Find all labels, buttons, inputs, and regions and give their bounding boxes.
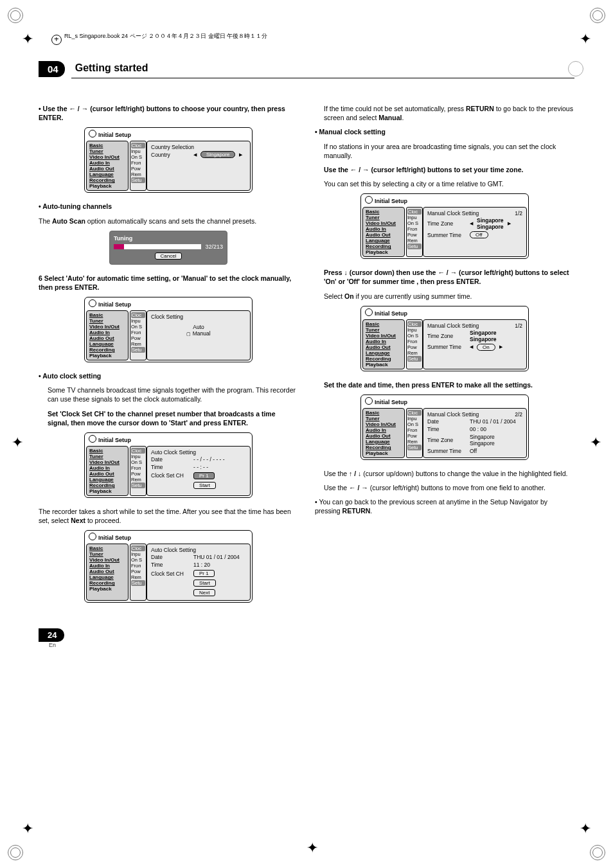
page-language: En — [49, 642, 574, 648]
text-select-on: Select On if you are currently using sum… — [315, 292, 574, 301]
menu-country-selection: Initial Setup BasicTunerVideo In/OutAudi… — [84, 127, 253, 193]
arrow-left-right-icon: ← / → — [350, 166, 369, 173]
chapter-number: 04 — [39, 61, 65, 77]
right-column: If the time could not be set automatical… — [315, 104, 574, 612]
text-manual-clock-desc: If no stations in your area are broadcas… — [315, 142, 574, 160]
instr-set-timezone: Use the ← / → (cursor left/right) button… — [315, 165, 574, 174]
left-column: • Use the ← / → (cursor left/right) butt… — [39, 104, 298, 612]
menu-main: Clock Setting Auto ▢ Manual — [147, 310, 251, 360]
menu-side-list: BasicTunerVideo In/OutAudio InAudio OutL… — [86, 310, 129, 360]
arrow-left-right-icon: ← / → — [349, 484, 368, 492]
right-arrow-icon: ▶ — [508, 221, 511, 226]
menu-manual-clock-3: Initial Setup BasicTunerVideo In/OutAudi… — [360, 394, 529, 460]
header-book-line: RL_s Singapore.book 24 ページ ２００４年４月２３日 金曜… — [64, 32, 574, 40]
menu-side-list: BasicTunerVideo In/OutAudio InAudio OutL… — [362, 319, 405, 369]
tuning-dialog: Tuning 32/213 Cancel — [109, 231, 227, 265]
left-arrow-icon: ◀ — [193, 152, 197, 157]
menu-main: Manual Clock Setting1/2 Time Zone Singap… — [423, 319, 527, 369]
hint-left-right: Use the ← / → (cursor left/right) button… — [315, 483, 574, 492]
menu-auto-clock-2: Initial Setup BasicTunerVideo In/OutAudi… — [84, 530, 253, 603]
text-set-clock-ch: Set 'Clock Set CH' to the channel preset… — [39, 409, 298, 427]
opt-auto: Auto — [151, 324, 246, 330]
page-number: 24 — [39, 628, 64, 642]
instruction-choose-country: • Use the ← / → (cursor left/right) butt… — [39, 104, 298, 122]
panel-title: Initial Setup — [85, 128, 252, 139]
clock-set-ch-value: Pr 1 — [193, 472, 215, 479]
menu-peek: ClocInpuOn SFronPowRemSetu — [130, 310, 147, 360]
menu-manual-clock-2: Initial Setup BasicTunerVideo In/OutAudi… — [360, 306, 529, 371]
summer-time-value: Off — [470, 231, 488, 238]
menu-side-list: BasicTunerVideo In/OutAudio InAudio OutL… — [86, 446, 129, 496]
hint-return: • You can go back to the previous screen… — [315, 497, 574, 515]
chapter-title: Getting started — [71, 60, 574, 78]
menu-side-list: BasicTunerVideo In/OutAudio InAudio OutL… — [362, 207, 405, 257]
menu-peek: ClocInpuOn SFronPowRemSetu — [406, 408, 423, 458]
menu-main: Auto Clock Setting DateTHU 01 / 01 / 200… — [147, 544, 251, 601]
instr-summer-time: Press ↓ (cursor down) then use the ← / →… — [315, 268, 574, 286]
tuning-count: 32/213 — [205, 244, 223, 250]
heading-manual-clock: • Manual clock setting — [315, 127, 574, 136]
menu-peek: ClocInpuOn SFronPowRemSetu — [130, 544, 147, 601]
cancel-button[interactable]: Cancel — [155, 252, 182, 260]
summer-time-value: On — [477, 344, 495, 351]
panel-title: Initial Setup — [361, 395, 528, 407]
text-return-manual: If the time could not be set automatical… — [315, 104, 574, 122]
panel-title: Initial Setup — [85, 531, 252, 542]
tuning-progress — [114, 244, 201, 249]
menu-peek: ClocInpuOn SFronPowRemSetu — [406, 319, 423, 369]
menu-side-list: BasicTunerVideo In/OutAudio InAudio OutL… — [86, 544, 129, 601]
start-button[interactable]: Start — [193, 580, 216, 587]
tuning-title: Tuning — [114, 235, 223, 242]
opt-manual: Manual — [193, 330, 211, 337]
arrow-up-down-icon: ↑ / ↓ — [349, 470, 361, 477]
next-button[interactable]: Next — [193, 589, 215, 596]
panel-title: Initial Setup — [85, 433, 252, 445]
panel-title: Initial Setup — [361, 306, 528, 318]
arrow-left-right-icon: ← / → — [69, 105, 88, 112]
hint-up-down: Use the ↑ / ↓ (cursor up/down) buttons t… — [315, 469, 574, 478]
menu-peek: ClocInpuOn SFronPowRemSetu — [130, 141, 147, 191]
text-auto-clock-desc: Some TV channels broadcast time signals … — [39, 385, 298, 403]
menu-main: Manual Clock Setting2/2 DateTHU 01 / 01 … — [423, 408, 527, 458]
arrow-left-right-icon: ← / → — [438, 269, 457, 276]
country-value: Singapore — [200, 151, 235, 158]
right-arrow-icon: ▶ — [239, 152, 242, 157]
menu-main: Country Selection Country ◀ Singapore ▶ — [147, 141, 251, 191]
menu-main: Auto Clock Setting Date- - / - - / - - -… — [147, 446, 251, 496]
text-auto-scan: The Auto Scan option automatically scans… — [39, 217, 298, 226]
step6: 6 Select 'Auto' for automatic time setti… — [39, 274, 298, 292]
heading-auto-tuning: • Auto-tuning channels — [39, 202, 298, 211]
text-select-city: You can set this by selecting a city or … — [315, 179, 574, 188]
chapter-header: 04 Getting started — [39, 60, 574, 78]
panel-title: Initial Setup — [361, 194, 528, 206]
left-arrow-icon: ◀ — [470, 221, 473, 226]
menu-manual-clock-1: Initial Setup BasicTunerVideo In/OutAudi… — [360, 193, 529, 259]
clock-set-ch-value: Pr 1 — [193, 570, 215, 577]
text-after-set-time: The recorder takes a short while to set … — [39, 507, 298, 525]
menu-side-list: BasicTunerVideo In/OutAudio InAudio OutL… — [362, 408, 405, 458]
menu-auto-clock-1: Initial Setup BasicTunerVideo In/OutAudi… — [84, 432, 253, 498]
menu-side-list: BasicTunerVideo In/OutAudio InAudio OutL… — [86, 141, 129, 191]
menu-main: Manual Clock Setting1/2 Time Zone◀ Singa… — [423, 207, 527, 257]
panel-title: Initial Setup — [85, 297, 252, 309]
instr-set-date-time: Set the date and time, then press ENTER … — [315, 380, 574, 389]
start-button[interactable]: Start — [193, 482, 216, 489]
heading-auto-clock: • Auto clock setting — [39, 371, 298, 380]
menu-peek: ClocInpuOn SFronPowRemSetu — [406, 207, 423, 257]
menu-peek: ClocInpuOn SFronPowRemSetu — [130, 446, 147, 496]
left-arrow-icon: ◀ — [470, 344, 473, 350]
right-arrow-icon: ▶ — [499, 344, 502, 350]
menu-clock-setting: Initial Setup BasicTunerVideo In/OutAudi… — [84, 297, 253, 362]
